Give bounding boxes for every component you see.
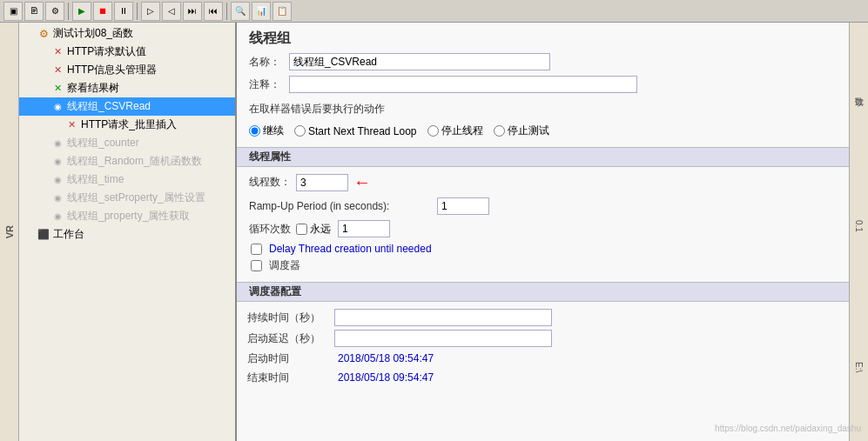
radio-stop-thread[interactable]: 停止线程 bbox=[427, 124, 483, 138]
name-label: 名称： bbox=[249, 55, 284, 70]
toolbar-next[interactable]: ▷ bbox=[141, 2, 160, 21]
end-time-value: 2018/05/18 09:54:47 bbox=[334, 370, 437, 385]
error-action-row: 在取样器错误后要执行的动作 bbox=[237, 100, 849, 118]
watermark-text: https://blog.csdn.net/paidaxing_dashu bbox=[715, 424, 861, 433]
scheduler-config-divider: 调度器配置 bbox=[237, 282, 849, 302]
test-plan-icon: ⚙ bbox=[37, 27, 50, 41]
thread-count-section: 线程数： ← Ramp-Up Period (in seconds): 循环次数… bbox=[237, 170, 849, 278]
tree-inner: ⚙ 测试计划08_函数 ✕ HTTP请求默认值 ✕ HTTP信息头管理器 ✕ 察… bbox=[19, 23, 235, 245]
sidebar-item-thread-random[interactable]: ◉ 线程组_Random_随机函数数 bbox=[19, 152, 235, 170]
radio-stop-test-label: 停止测试 bbox=[508, 124, 549, 138]
toolbar-btn-3[interactable]: ⚙ bbox=[45, 2, 64, 21]
forever-checkbox[interactable] bbox=[296, 224, 307, 235]
sidebar-item-http-batch[interactable]: ✕ HTTP请求_批里插入 bbox=[19, 116, 235, 134]
delay-row: Delay Thread creation until needed bbox=[249, 243, 837, 255]
sidebar-item-test-plan[interactable]: ⚙ 测试计划08_函数 bbox=[19, 24, 235, 43]
arrow-indicator: ← bbox=[353, 172, 371, 192]
duration-row: 持续时间（秒） bbox=[247, 309, 838, 326]
sidebar-item-http-defaults[interactable]: ✕ HTTP请求默认值 bbox=[19, 43, 235, 61]
radio-continue-label: 继续 bbox=[263, 124, 284, 138]
comment-input[interactable] bbox=[289, 76, 637, 93]
sidebar-item-label: 线程组_counter bbox=[67, 136, 139, 150]
start-time-value: 2018/05/18 09:54:47 bbox=[334, 351, 437, 366]
right-label-path: E:\ bbox=[854, 362, 864, 372]
radio-stop-test[interactable]: 停止测试 bbox=[494, 124, 549, 138]
ramp-up-row: Ramp-Up Period (in seconds): bbox=[249, 197, 837, 215]
name-section: 名称： 注释： bbox=[237, 51, 849, 100]
duration-input[interactable] bbox=[334, 309, 552, 326]
thread-count-input[interactable] bbox=[296, 174, 348, 191]
thread-props-divider: 线程属性 bbox=[237, 147, 849, 167]
sidebar-item-thread-csvread[interactable]: ◉ 线程组_CSVRead bbox=[19, 97, 235, 116]
end-time-row: 结束时间 2018/05/18 09:54:47 bbox=[247, 370, 838, 385]
sidebar-item-label: 察看结果树 bbox=[67, 81, 119, 96]
vr-label-text: VR bbox=[4, 225, 15, 238]
tree-pane: ⚙ 测试计划08_函数 ✕ HTTP请求默认值 ✕ HTTP信息头管理器 ✕ 察… bbox=[19, 23, 237, 441]
radio-section: 继续 Start Next Thread Loop 停止线程 停止测试 bbox=[237, 118, 849, 140]
thread-counter-icon: ◉ bbox=[50, 137, 64, 150]
start-time-row: 启动时间 2018/05/18 09:54:47 bbox=[247, 351, 838, 366]
duration-label: 持续时间（秒） bbox=[247, 311, 334, 325]
panel-title: 线程组 bbox=[237, 23, 849, 51]
sidebar-item-label: HTTP请求默认值 bbox=[67, 44, 146, 59]
radio-next-loop-label: Start Next Thread Loop bbox=[308, 125, 417, 137]
radio-stop-test-input[interactable] bbox=[494, 125, 505, 137]
delay-checkbox[interactable] bbox=[251, 244, 262, 255]
watermark: https://blog.csdn.net/paidaxing_dashu bbox=[715, 422, 861, 434]
toolbar-rewind[interactable]: ⏮ bbox=[204, 2, 223, 21]
scheduler-row: 调度器 bbox=[249, 258, 837, 273]
end-time-label: 结束时间 bbox=[247, 371, 334, 385]
loop-label: 循环次数 bbox=[249, 222, 291, 237]
thread-getprop-icon: ◉ bbox=[50, 210, 64, 224]
toolbar-extra3[interactable]: 📋 bbox=[273, 2, 292, 21]
loop-row: 循环次数 永远 bbox=[249, 220, 837, 237]
content-area: VR ⚙ 测试计划08_函数 ✕ HTTP请求默认值 ✕ HTTP信息头管理器 bbox=[0, 23, 868, 441]
app-window: ▣ 🖹 ⚙ ▶ ⏹ ⏸ ▷ ◁ ⏭ ⏮ 🔍 📊 📋 VR bbox=[0, 0, 868, 441]
radio-next-loop[interactable]: Start Next Thread Loop bbox=[294, 125, 417, 137]
toolbar-prev[interactable]: ◁ bbox=[162, 2, 181, 21]
toolbar-btn-1[interactable]: ▣ bbox=[3, 2, 23, 21]
sidebar-item-view-results[interactable]: ✕ 察看结果树 bbox=[19, 79, 235, 97]
main-content-pane: 线程组 名称： 注释： 在取样器错误后要执行的动作 bbox=[237, 23, 849, 441]
radio-stop-thread-label: 停止线程 bbox=[441, 124, 483, 138]
radio-continue-input[interactable] bbox=[249, 125, 260, 137]
sidebar-item-label: 线程组_property_属性获取 bbox=[67, 209, 190, 224]
sidebar-item-label: HTTP信息头管理器 bbox=[67, 63, 157, 77]
sidebar-item-label: 线程组_CSVRead bbox=[67, 99, 151, 114]
loop-count-input[interactable] bbox=[338, 220, 390, 237]
sidebar-item-thread-counter[interactable]: ◉ 线程组_counter bbox=[19, 134, 235, 152]
workbench-icon: ⬛ bbox=[37, 228, 50, 242]
start-time-label: 启动时间 bbox=[247, 351, 334, 366]
radio-continue[interactable]: 继续 bbox=[249, 124, 284, 138]
vr-label-panel: VR bbox=[0, 23, 19, 441]
forever-checkbox-label[interactable]: 永远 bbox=[296, 222, 331, 237]
sidebar-item-thread-time[interactable]: ◉ 线程组_time bbox=[19, 170, 235, 189]
main-toolbar: ▣ 🖹 ⚙ ▶ ⏹ ⏸ ▷ ◁ ⏭ ⏮ 🔍 📊 📋 bbox=[0, 0, 868, 23]
startup-delay-row: 启动延迟（秒） bbox=[247, 330, 838, 347]
startup-delay-input[interactable] bbox=[334, 330, 552, 347]
http-batch-icon: ✕ bbox=[64, 118, 78, 132]
radio-stop-thread-input[interactable] bbox=[427, 125, 439, 137]
toolbar-fast-fwd[interactable]: ⏭ bbox=[183, 2, 202, 21]
toolbar-stop[interactable]: ⏹ bbox=[93, 2, 112, 21]
name-input[interactable] bbox=[289, 53, 550, 70]
name-row: 名称： bbox=[249, 53, 837, 70]
http-header-icon: ✕ bbox=[50, 63, 64, 77]
toolbar-extra2[interactable]: 📊 bbox=[252, 2, 271, 21]
ramp-up-input[interactable] bbox=[437, 197, 489, 215]
sidebar-item-label: 线程组_setProperty_属性设置 bbox=[67, 190, 205, 205]
sidebar-item-http-header[interactable]: ✕ HTTP信息头管理器 bbox=[19, 61, 235, 79]
scheduler-checkbox[interactable] bbox=[251, 260, 262, 271]
sidebar-item-thread-setprop[interactable]: ◉ 线程组_setProperty_属性设置 bbox=[19, 189, 235, 207]
sidebar-item-workbench[interactable]: ⬛ 工作台 bbox=[19, 225, 235, 244]
sidebar-item-label: 线程组_time bbox=[67, 172, 124, 187]
toolbar-run[interactable]: ▶ bbox=[72, 2, 91, 21]
toolbar-btn-2[interactable]: 🖹 bbox=[24, 2, 44, 21]
error-action-radio-group: 继续 Start Next Thread Loop 停止线程 停止测试 bbox=[249, 124, 837, 138]
sidebar-item-thread-getprop[interactable]: ◉ 线程组_property_属性获取 bbox=[19, 207, 235, 225]
radio-next-loop-input[interactable] bbox=[294, 125, 306, 137]
http-defaults-icon: ✕ bbox=[50, 45, 64, 59]
toolbar-pause[interactable]: ⏸ bbox=[114, 2, 133, 21]
delay-label: Delay Thread creation until needed bbox=[269, 243, 432, 255]
toolbar-extra1[interactable]: 🔍 bbox=[231, 2, 250, 21]
